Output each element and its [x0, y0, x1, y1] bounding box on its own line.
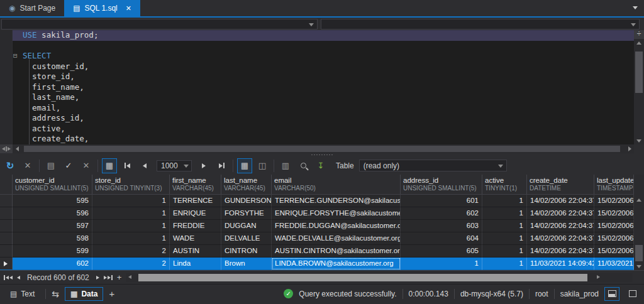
reject-changes-button[interactable]: ✕	[79, 158, 94, 173]
grid-cell[interactable]: 1	[482, 195, 527, 207]
column-header[interactable]: customer_idUNSIGNED SMALLINT(5)	[13, 175, 92, 194]
grid-cell[interactable]: 595	[13, 195, 92, 207]
chevron-down-icon[interactable]	[309, 23, 314, 26]
column-header[interactable]: last_updateTIMESTAMP	[594, 175, 634, 194]
grid-cell[interactable]: 11/03/2021 14:09:42	[527, 258, 594, 270]
chevron-down-icon[interactable]	[631, 23, 636, 26]
column-header[interactable]: create_dateDATETIME	[527, 175, 594, 194]
grid-cell[interactable]: 11/03/2021	[594, 258, 634, 270]
scroll-up-icon[interactable]	[636, 41, 641, 45]
grid-cell[interactable]: 15/02/2006	[594, 195, 634, 207]
row-header[interactable]	[0, 220, 13, 232]
column-header[interactable]: last_nameVARCHAR(45)	[221, 175, 272, 194]
first-record-button[interactable]	[4, 272, 13, 283]
grid-cell[interactable]: FREDDIE.DUGGAN@sakilacustomer.org	[272, 220, 401, 232]
grid-vertical-scrollbar[interactable]	[634, 175, 644, 270]
table-row[interactable]: 5971FREDDIEDUGGANFREDDIE.DUGGAN@sakilacu…	[0, 220, 634, 232]
table-row[interactable]: 6022LindaBrownLINDA.BROWN@sakilacustomer…	[0, 258, 634, 270]
tab-sql-file[interactable]: ▤ SQL 1.sql ✕	[64, 0, 140, 16]
row-header[interactable]	[0, 207, 13, 220]
paginal-mode-button[interactable]: ▦	[102, 158, 117, 173]
table-mode-combobox[interactable]: (read only)	[359, 160, 507, 171]
window-list-dropdown-icon[interactable]	[633, 6, 638, 9]
grid-cell[interactable]: 1	[92, 195, 170, 207]
table-row[interactable]: 5951TERRENCEGUNDERSONTERRENCE.GUNDERSON@…	[0, 195, 634, 207]
column-header[interactable]: first_nameVARCHAR(45)	[170, 175, 221, 194]
grid-cell[interactable]: 1	[482, 232, 527, 245]
add-view-button[interactable]: +	[109, 288, 114, 299]
scrollbar-thumb[interactable]	[138, 274, 587, 281]
editor-hsplit-handle[interactable]	[0, 144, 13, 153]
grid-cell[interactable]: 603	[401, 220, 482, 232]
row-header[interactable]	[0, 245, 13, 258]
column-header[interactable]: activeTINYINT(1)	[482, 175, 527, 194]
grid-cell[interactable]: 14/02/2006 22:04:37	[527, 245, 594, 258]
page-size-combobox[interactable]: 1000	[157, 160, 192, 171]
scroll-down-icon[interactable]	[636, 139, 641, 143]
sql-editor[interactable]: USE sakila_prod;⊟SELECT customer_id, sto…	[0, 30, 644, 153]
select-all-corner[interactable]	[0, 175, 13, 194]
grid-horizontal-scrollbar[interactable]	[126, 273, 633, 282]
scroll-right-icon[interactable]	[628, 146, 631, 151]
grid-cell[interactable]: WADE	[170, 232, 221, 245]
grid-cell[interactable]: TERRENCE	[170, 195, 221, 207]
row-header[interactable]	[0, 195, 13, 207]
grid-cell[interactable]: AUSTIN	[170, 245, 221, 258]
text-view-button[interactable]: ▤ Text	[5, 287, 40, 301]
scroll-left-icon[interactable]	[128, 275, 131, 279]
grid-cell[interactable]: 15/02/2006	[594, 220, 634, 232]
scroll-left-icon[interactable]	[16, 146, 19, 151]
scrollbar-thumb[interactable]	[635, 245, 643, 261]
grid-cell[interactable]: 605	[401, 245, 482, 258]
grid-cell[interactable]: 604	[401, 232, 482, 245]
column-header[interactable]: address_idUNSIGNED SMALLINT(5)	[401, 175, 482, 194]
grid-cell[interactable]: 596	[13, 207, 92, 220]
table-row[interactable]: 5961ENRIQUEFORSYTHEENRIQUE.FORSYTHE@saki…	[0, 207, 634, 220]
grid-cell[interactable]: 1	[482, 258, 527, 270]
grid-cell[interactable]: 14/02/2006 22:04:37	[527, 195, 594, 207]
swap-views-icon[interactable]: ⇆	[52, 289, 59, 299]
grid-cell[interactable]: 598	[13, 232, 92, 245]
grid-cell[interactable]: 1	[92, 220, 170, 232]
editor-split-handle-icon[interactable]: ÷	[634, 30, 644, 39]
grid-cell[interactable]: 597	[13, 220, 92, 232]
scroll-right-icon[interactable]	[597, 275, 600, 279]
grid-cell[interactable]: 599	[13, 245, 92, 258]
scroll-up-icon[interactable]	[636, 198, 641, 202]
column-header[interactable]: store_idUNSIGNED TINYINT(3)	[92, 175, 170, 194]
grid-cell[interactable]: CINTRON	[221, 245, 272, 258]
apply-changes-button[interactable]: ▤	[43, 158, 58, 173]
split-layout-button[interactable]	[604, 287, 619, 301]
column-chooser-button[interactable]: ▥	[278, 158, 293, 173]
incremental-search-button[interactable]	[296, 158, 311, 173]
grid-cell[interactable]: 1	[92, 232, 170, 245]
tab-start-page[interactable]: ◉ Start Page	[0, 0, 64, 16]
close-icon[interactable]: ✕	[126, 4, 131, 13]
table-row[interactable]: 5992AUSTINCINTRONAUSTIN.CINTRON@sakilacu…	[0, 245, 634, 258]
grid-cell[interactable]: 14/02/2006 22:04:37	[527, 207, 594, 220]
data-view-button[interactable]: ▦ Data	[65, 287, 103, 301]
grid-cell[interactable]: ENRIQUE	[170, 207, 221, 220]
grid-cell[interactable]: 15/02/2006	[594, 207, 634, 220]
grid-cell[interactable]: DUGGAN	[221, 220, 272, 232]
grid-cell[interactable]: Linda	[170, 258, 221, 270]
row-header[interactable]	[0, 232, 13, 245]
editor-code-area[interactable]: USE sakila_prod;⊟SELECT customer_id, sto…	[13, 30, 634, 144]
previous-page-button[interactable]	[137, 158, 152, 173]
grid-cell[interactable]: FORSYTHE	[221, 207, 272, 220]
editor-vertical-scrollbar[interactable]: ÷	[634, 30, 644, 144]
grid-cell[interactable]: 1	[482, 207, 527, 220]
previous-record-button[interactable]	[17, 272, 20, 283]
grid-cell[interactable]: 2	[92, 258, 170, 270]
grid-cell[interactable]: 1	[92, 207, 170, 220]
grid-view-button[interactable]: ▦	[237, 158, 252, 173]
grid-cell[interactable]: 602	[401, 207, 482, 220]
refresh-button[interactable]: ↻	[3, 158, 18, 173]
scrollbar-thumb[interactable]	[24, 146, 620, 152]
grid-cell[interactable]: 602	[13, 258, 92, 270]
full-layout-button[interactable]	[625, 287, 640, 301]
grid-cell[interactable]: ENRIQUE.FORSYTHE@sakilacustomer.org	[272, 207, 401, 220]
next-record-button[interactable]	[96, 272, 99, 283]
fold-marker-icon[interactable]: ⊟	[13, 52, 18, 60]
next-page-button[interactable]	[196, 158, 211, 173]
